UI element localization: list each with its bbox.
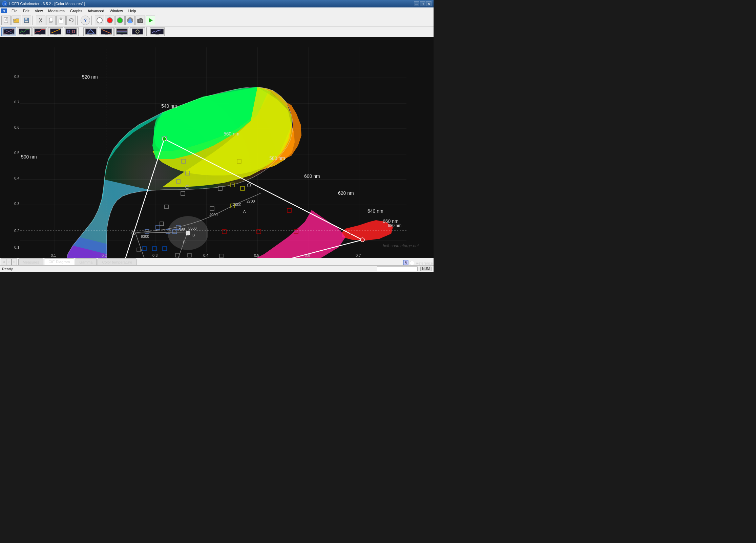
menu-view[interactable]: View bbox=[32, 7, 46, 14]
cut-button[interactable] bbox=[36, 16, 45, 25]
svg-text:0.7: 0.7 bbox=[356, 253, 361, 257]
main-toolbar: ? bbox=[0, 14, 434, 26]
reference-checkbox[interactable] bbox=[410, 261, 414, 265]
paste-button[interactable] bbox=[56, 16, 66, 25]
svg-text:520 nm: 520 nm bbox=[82, 74, 98, 80]
svg-text:9300: 9300 bbox=[141, 234, 149, 238]
svg-rect-35 bbox=[7, 34, 10, 35]
svg-rect-37 bbox=[23, 34, 26, 35]
menu-window[interactable]: Window bbox=[107, 7, 126, 14]
menu-file[interactable]: File bbox=[9, 7, 20, 14]
svg-text:0.3: 0.3 bbox=[14, 202, 19, 206]
tab-prev-button[interactable]: ◀ bbox=[1, 258, 6, 265]
svg-text:680 nm: 680 nm bbox=[388, 223, 401, 228]
tab-next-button[interactable]: ▷ bbox=[12, 258, 17, 265]
svg-text:640 nm: 640 nm bbox=[368, 208, 383, 214]
copy-button[interactable] bbox=[46, 16, 56, 25]
svg-rect-12 bbox=[25, 21, 28, 22]
maximize-button[interactable]: □ bbox=[420, 1, 425, 6]
display-mode-8[interactable] bbox=[114, 27, 129, 36]
menu-advanced[interactable]: Advanced bbox=[85, 7, 107, 14]
svg-text:0.3: 0.3 bbox=[152, 253, 158, 257]
svg-text:500 nm: 500 nm bbox=[21, 154, 37, 160]
display-mode-6[interactable] bbox=[83, 27, 98, 36]
svg-rect-46 bbox=[70, 34, 72, 35]
probe-red-button[interactable] bbox=[105, 16, 114, 25]
tab-bar: ◀ ◁ ▷ Measures CIE Diagram Gamma Color t… bbox=[0, 258, 434, 265]
svg-text:0.5: 0.5 bbox=[14, 151, 19, 155]
tab-cie-diagram[interactable]: CIE Diagram bbox=[44, 258, 74, 265]
help-button[interactable]: ? bbox=[81, 16, 90, 25]
cie-diagram-svg: 520 nm 540 nm 560 nm 580 nm 600 nm 620 n… bbox=[0, 37, 434, 258]
display-mode-4[interactable] bbox=[48, 27, 63, 36]
save-button[interactable] bbox=[22, 16, 31, 25]
menu-edit[interactable]: Edit bbox=[20, 7, 32, 14]
svg-point-160 bbox=[186, 231, 190, 235]
svg-text:R: R bbox=[405, 261, 407, 264]
tab-gamma[interactable]: Gamma bbox=[75, 258, 97, 265]
svg-text:H: H bbox=[4, 2, 6, 5]
svg-text:580 nm: 580 nm bbox=[269, 155, 285, 161]
svg-point-158 bbox=[162, 137, 166, 141]
svg-point-29 bbox=[140, 20, 141, 21]
svg-point-21 bbox=[97, 18, 102, 23]
menu-graphs[interactable]: Graphs bbox=[67, 7, 85, 14]
display-toolbar bbox=[0, 26, 434, 37]
svg-text:4000: 4000 bbox=[209, 213, 217, 217]
separator3 bbox=[91, 16, 93, 25]
svg-text:2700: 2700 bbox=[247, 199, 255, 203]
svg-text:D65: D65 bbox=[178, 228, 185, 232]
svg-rect-61 bbox=[151, 29, 164, 34]
svg-rect-60 bbox=[136, 34, 139, 35]
menubar: H File Edit View Measures Graphs Advance… bbox=[0, 7, 434, 14]
probe-white-button[interactable] bbox=[95, 16, 104, 25]
close-button[interactable]: ✕ bbox=[426, 1, 432, 6]
window-title: HCFR Colorimeter - 3.5.2 - [Color Measur… bbox=[9, 2, 414, 6]
separator2 bbox=[77, 16, 79, 25]
reference-label: Reference bbox=[416, 261, 433, 265]
tb2-separator2 bbox=[146, 27, 148, 36]
display-mode-10[interactable] bbox=[150, 27, 165, 36]
reference-checkbox-area: Reference bbox=[410, 261, 433, 265]
svg-text:540 nm: 540 nm bbox=[161, 103, 177, 109]
camera-button[interactable] bbox=[135, 16, 145, 25]
probe-multi-button[interactable] bbox=[125, 16, 135, 25]
titlebar: H HCFR Colorimeter - 3.5.2 - [Color Meas… bbox=[0, 0, 434, 7]
tab-color-temperature[interactable]: Color temperature bbox=[98, 258, 136, 265]
svg-rect-39 bbox=[39, 34, 41, 35]
svg-marker-31 bbox=[149, 18, 153, 23]
svg-text:A: A bbox=[243, 209, 246, 213]
display-mode-9[interactable] bbox=[130, 27, 145, 36]
display-mode-5[interactable] bbox=[64, 27, 79, 36]
svg-point-25 bbox=[118, 18, 122, 23]
tab-measures[interactable]: Measures bbox=[18, 258, 43, 265]
svg-rect-49 bbox=[89, 34, 92, 35]
app-icon: H bbox=[2, 1, 7, 6]
display-mode-1[interactable] bbox=[1, 27, 16, 36]
menu-measures[interactable]: Measures bbox=[45, 7, 67, 14]
display-mode-3[interactable] bbox=[33, 27, 47, 36]
svg-text:0.7: 0.7 bbox=[14, 100, 19, 104]
menu-help[interactable]: Help bbox=[126, 7, 139, 14]
svg-point-23 bbox=[107, 18, 112, 23]
svg-text:5500: 5500 bbox=[188, 226, 196, 230]
open-button[interactable] bbox=[12, 16, 21, 25]
svg-point-163 bbox=[360, 238, 364, 242]
new-button[interactable] bbox=[1, 16, 11, 25]
display-mode-7[interactable] bbox=[99, 27, 114, 36]
svg-rect-62 bbox=[155, 34, 159, 35]
svg-text:0.1: 0.1 bbox=[14, 245, 19, 249]
svg-text:560 nm: 560 nm bbox=[224, 131, 239, 137]
svg-text:0.2: 0.2 bbox=[14, 229, 19, 233]
minimize-button[interactable]: — bbox=[414, 1, 419, 6]
probe-green-button[interactable] bbox=[115, 16, 125, 25]
svg-text:0.8: 0.8 bbox=[14, 75, 19, 79]
separator1 bbox=[33, 16, 35, 25]
reference-icon: R bbox=[403, 260, 408, 265]
tab-prev2-button[interactable]: ◁ bbox=[6, 258, 12, 265]
undo-button[interactable] bbox=[66, 16, 76, 25]
play-button[interactable] bbox=[146, 16, 155, 25]
display-mode-2[interactable] bbox=[17, 27, 32, 36]
svg-rect-42 bbox=[54, 34, 57, 35]
tb2-separator1 bbox=[80, 27, 82, 36]
